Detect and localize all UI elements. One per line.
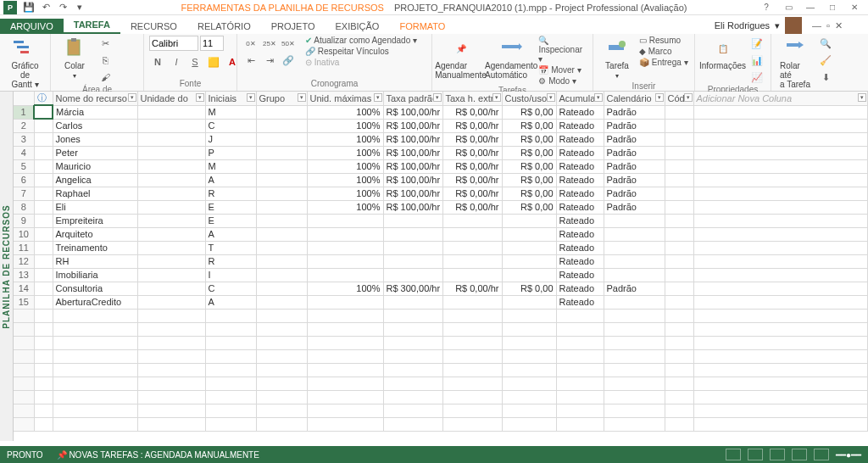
cell[interactable] (256, 146, 307, 159)
cell[interactable]: Padrão (604, 119, 665, 132)
cell[interactable] (137, 227, 205, 241)
details-icon[interactable]: 📊 (748, 53, 765, 68)
cell[interactable] (383, 268, 442, 282)
cell[interactable] (442, 309, 502, 322)
col-header[interactable]: Custo/uso▾ (502, 92, 556, 105)
cell[interactable] (693, 363, 868, 377)
cell[interactable] (665, 173, 693, 187)
cell[interactable] (34, 173, 53, 187)
gantt-view-button[interactable]: Gráfico de Gantt ▾ (5, 36, 45, 91)
cell[interactable] (307, 309, 383, 322)
col-header[interactable]: Nome do recurso▾ (53, 92, 137, 105)
cell[interactable] (502, 309, 556, 322)
col-header[interactable]: Unid. máximas▾ (307, 92, 383, 105)
cell[interactable] (502, 227, 556, 241)
cell[interactable]: E (205, 200, 256, 214)
cell[interactable] (442, 417, 502, 431)
cell[interactable] (383, 309, 442, 322)
cell[interactable] (34, 363, 53, 377)
cell[interactable] (556, 309, 604, 322)
cell[interactable] (693, 105, 868, 119)
cell[interactable] (604, 214, 665, 227)
cell[interactable] (556, 363, 604, 377)
find-icon[interactable]: 🔍 (817, 36, 834, 51)
copy-icon[interactable]: ⎘ (97, 53, 114, 68)
cell[interactable]: Empreiteira (53, 214, 137, 227)
cell[interactable] (442, 349, 502, 363)
cell[interactable]: E (205, 214, 256, 227)
tab-formato[interactable]: FORMATO (389, 19, 455, 34)
cell[interactable] (34, 336, 53, 349)
cell[interactable]: 100% (307, 159, 383, 173)
cell[interactable] (256, 187, 307, 200)
tab-file[interactable]: ARQUIVO (0, 19, 64, 34)
cell[interactable]: P (205, 146, 256, 159)
clear-icon[interactable]: 🧹 (817, 53, 834, 68)
cell[interactable] (693, 227, 868, 241)
cell[interactable] (665, 159, 693, 173)
cell[interactable] (205, 390, 256, 404)
cell[interactable] (442, 390, 502, 404)
cell[interactable] (693, 214, 868, 227)
cell[interactable]: R$ 100,00/hr (383, 159, 442, 173)
cell[interactable]: Rateado (556, 119, 604, 132)
cell[interactable]: Rateado (556, 254, 604, 268)
cell[interactable] (665, 363, 693, 377)
cell[interactable] (383, 254, 442, 268)
cell[interactable] (137, 173, 205, 187)
view-report-icon[interactable] (814, 449, 829, 460)
ribbon-collapse-icon[interactable]: ▭ (778, 1, 798, 14)
cell[interactable] (34, 254, 53, 268)
font-family-select[interactable] (149, 36, 198, 51)
cell[interactable] (383, 404, 442, 417)
cell[interactable] (34, 309, 53, 322)
cell[interactable] (53, 336, 137, 349)
cell[interactable] (665, 404, 693, 417)
cell[interactable] (256, 377, 307, 390)
tab-relatorio[interactable]: RELATÓRIO (187, 19, 261, 34)
cell[interactable] (693, 282, 868, 295)
row-header[interactable] (14, 377, 34, 390)
cell[interactable] (307, 377, 383, 390)
cell[interactable] (665, 105, 693, 119)
cell[interactable] (256, 309, 307, 322)
cell[interactable]: R$ 0,00 (502, 159, 556, 173)
cell[interactable] (137, 349, 205, 363)
cell[interactable] (383, 349, 442, 363)
row-header[interactable]: 13 (14, 268, 34, 282)
cell[interactable] (665, 119, 693, 132)
cell[interactable]: Eli (53, 200, 137, 214)
cell[interactable] (256, 119, 307, 132)
cell[interactable] (442, 227, 502, 241)
cell[interactable] (442, 322, 502, 336)
cell[interactable]: Carlos (53, 119, 137, 132)
cell[interactable] (693, 268, 868, 282)
cell[interactable] (256, 173, 307, 187)
cell[interactable] (34, 187, 53, 200)
row-header[interactable] (14, 363, 34, 377)
cell[interactable]: RH (53, 254, 137, 268)
cell[interactable]: Padrão (604, 173, 665, 187)
cell[interactable] (604, 309, 665, 322)
cell[interactable] (307, 214, 383, 227)
cell[interactable] (442, 214, 502, 227)
cell[interactable]: Rateado (556, 282, 604, 295)
cell[interactable] (383, 241, 442, 254)
cell[interactable] (693, 200, 868, 214)
cell[interactable] (137, 295, 205, 309)
cell[interactable]: Padrão (604, 105, 665, 119)
update-scheduled-button[interactable]: ✔ Atualizar como Agendado ▾ (305, 36, 417, 45)
cell[interactable] (137, 200, 205, 214)
cell[interactable] (604, 241, 665, 254)
cell[interactable] (604, 322, 665, 336)
tab-tarefa[interactable]: TAREFA (64, 17, 120, 34)
cell[interactable] (693, 404, 868, 417)
cell[interactable] (34, 268, 53, 282)
cell[interactable] (53, 349, 137, 363)
cell[interactable] (53, 309, 137, 322)
insert-task-button[interactable]: Tarefa▾ (598, 36, 636, 81)
cell[interactable] (307, 390, 383, 404)
cell[interactable] (383, 417, 442, 431)
cell[interactable]: Márcia (53, 105, 137, 119)
cell[interactable] (137, 105, 205, 119)
